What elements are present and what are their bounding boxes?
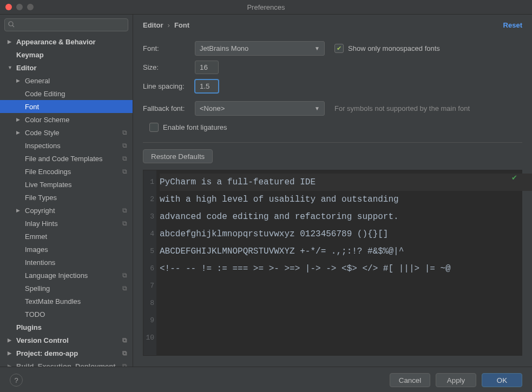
window-controls [5,4,34,10]
settings-tree: ▶Appearance & Behavior Keymap ▼Editor ▶G… [0,35,133,367]
max-dot[interactable] [27,4,34,10]
show-mono-label: Show only monospaced fonts [348,44,440,52]
crumb-b: Font [174,21,189,29]
tree-project[interactable]: ▶Project: demo-app⧉ [0,347,133,360]
search-icon [8,21,15,29]
tree-label: Emmet [25,232,47,241]
tree-label: Spelling [25,284,50,293]
crumb-a[interactable]: Editor [143,21,163,29]
font-dropdown[interactable]: JetBrains Mono ▼ [195,41,325,56]
close-dot[interactable] [5,4,12,10]
tree-label: Inlay Hints [25,220,58,228]
tree-keymap[interactable]: Keymap [0,48,133,61]
check-icon: ✔ [511,174,517,182]
tree-label: Images [25,245,48,254]
tree-label: Inspections [25,142,61,150]
tree-inlay-hints[interactable]: Inlay Hints⧉ [0,217,133,230]
ligatures-label: Enable font ligatures [163,123,227,131]
tree-language-injections[interactable]: Language Injections⧉ [0,269,133,282]
tree-label: Copyright [25,207,55,215]
scope-icon: ⧉ [122,336,127,344]
tree-file-encodings[interactable]: File Encodings⧉ [0,165,133,178]
scope-icon: ⧉ [122,271,127,279]
search-input[interactable] [4,18,128,31]
help-button[interactable]: ? [10,374,23,387]
window-title: Preferences [247,3,285,11]
tree-color-scheme[interactable]: ▶Color Scheme [0,113,133,126]
code-preview: PyCharm is a full-featured IDEwith a hig… [160,174,532,277]
tree-todo[interactable]: TODO [0,308,133,321]
tree-build[interactable]: ▶Build, Execution, Deployment⧉ [0,360,133,367]
tree-label: TODO [25,310,45,318]
restore-defaults-button[interactable]: Restore Defaults [143,149,213,163]
tree-inspections[interactable]: Inspections⧉ [0,139,133,152]
tree-code-editing[interactable]: Code Editing [0,87,133,100]
tree-label: TextMate Bundles [25,297,81,305]
sidebar: ▶Appearance & Behavior Keymap ▼Editor ▶G… [0,15,133,367]
fallback-dropdown[interactable]: <None> ▼ [195,101,325,116]
tree-label: Keymap [16,51,44,59]
ligatures-checkbox[interactable] [149,123,159,132]
tree-textmate[interactable]: TextMate Bundles [0,295,133,308]
tree-plugins[interactable]: Plugins [0,321,133,334]
tree-code-style[interactable]: ▶Code Style⧉ [0,126,133,139]
breadcrumb: Editor›Font [143,21,189,29]
tree-label: Color Scheme [25,116,69,124]
cancel-button[interactable]: Cancel [390,373,430,387]
tree-intentions[interactable]: Intentions [0,256,133,269]
footer: ? Cancel Apply OK [0,367,532,392]
font-label: Font: [143,44,195,52]
tree-label: File Types [25,194,57,202]
scope-icon: ⧉ [122,207,127,214]
gutter: 12345678910 [143,170,156,355]
chevron-down-icon: ▼ [314,45,320,51]
divider [143,142,522,143]
tree-emmet[interactable]: Emmet [0,230,133,243]
tree-images[interactable]: Images [0,243,133,256]
tree-version-control[interactable]: ▶Version Control⧉ [0,334,133,347]
tree-general[interactable]: ▶General [0,74,133,87]
fallback-label: Fallback font: [143,104,195,112]
tree-copyright[interactable]: ▶Copyright⧉ [0,204,133,217]
tree-label: File Encodings [25,168,71,176]
tree-editor[interactable]: ▼Editor [0,61,133,74]
size-label: Size: [143,63,195,71]
line-spacing-input[interactable] [195,79,219,93]
svg-line-1 [12,25,14,27]
tree-label: Project: demo-app [16,349,78,357]
font-preview: 12345678910 PyCharm is a full-featured I… [143,170,522,356]
tree-live-templates[interactable]: Live Templates [0,178,133,191]
scope-icon: ⧉ [122,349,127,357]
tree-label: Appearance & Behavior [16,38,96,46]
tree-appearance[interactable]: ▶Appearance & Behavior [0,35,133,48]
tree-label: Build, Execution, Deployment [16,362,115,367]
scope-icon: ⧉ [122,142,127,149]
tree-label: General [25,77,50,85]
main-panel: Editor›Font Reset Font: JetBrains Mono ▼… [133,15,532,367]
reset-link[interactable]: Reset [503,21,522,29]
min-dot[interactable] [16,4,23,10]
scope-icon: ⧉ [122,220,127,227]
tree-label: Editor [16,64,37,72]
ok-button[interactable]: OK [482,373,522,387]
apply-button[interactable]: Apply [436,373,476,387]
tree-label: Font [25,103,39,111]
tree-file-code-templates[interactable]: File and Code Templates⧉ [0,152,133,165]
size-input[interactable] [195,61,219,74]
scope-icon: ⧉ [122,155,127,162]
tree-font[interactable]: Font [0,100,133,113]
tree-label: Code Style [25,129,60,137]
tree-label: Plugins [16,323,42,331]
line-spacing-label: Line spacing: [143,82,195,90]
tree-label: Live Templates [25,181,71,189]
tree-label: File and Code Templates [25,155,103,163]
font-value: JetBrains Mono [200,44,248,52]
scope-icon: ⧉ [122,129,127,136]
tree-spelling[interactable]: Spelling⧉ [0,282,133,295]
chevron-down-icon: ▼ [314,105,320,111]
tree-label: Intentions [25,258,55,267]
show-mono-checkbox[interactable]: ✔ [334,44,344,53]
svg-point-0 [9,22,13,26]
tree-label: Version Control [16,336,69,344]
tree-file-types[interactable]: File Types [0,191,133,204]
